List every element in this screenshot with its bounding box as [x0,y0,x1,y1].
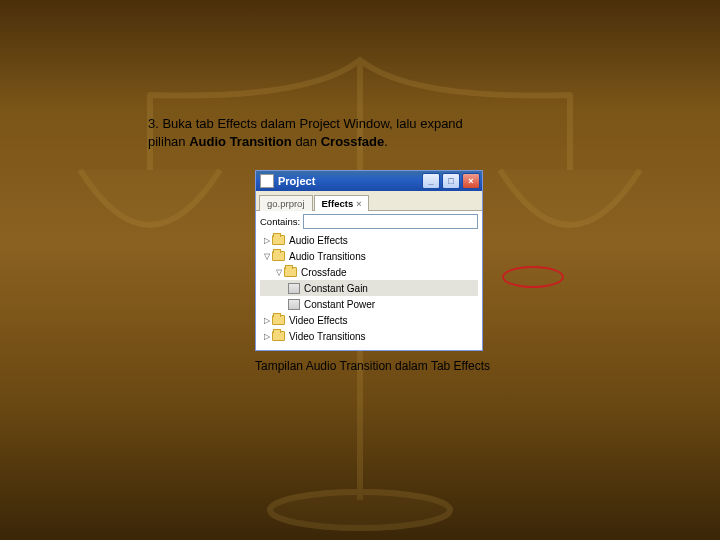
instruction-bold2: Crossfade [321,134,385,149]
chevron-right-icon[interactable]: ▷ [262,332,272,341]
contains-field: Contains: [260,214,478,229]
figure-caption: Tampilan Audio Transition dalam Tab Effe… [255,359,580,373]
instruction-line2a: pilihan [148,134,189,149]
tree-video-effects[interactable]: ▷ Video Effects [260,312,478,328]
chevron-down-icon[interactable]: ▽ [262,252,272,261]
tree-label: Video Transitions [289,331,366,342]
contains-input[interactable] [303,214,478,229]
effect-icon [288,299,300,310]
tree-label: Audio Effects [289,235,348,246]
tree-audio-effects[interactable]: ▷ Audio Effects [260,232,478,248]
app-icon [260,174,274,188]
tree-audio-transitions[interactable]: ▽ Audio Transitions [260,248,478,264]
panel-body: Contains: ▷ Audio Effects ▽ Audio Transi… [256,211,482,350]
titlebar[interactable]: Project _ □ × [256,171,482,191]
instruction-bold1: Audio Transition [189,134,292,149]
contains-label: Contains: [260,216,300,227]
effect-icon [288,283,300,294]
tree-constant-power[interactable]: Constant Power [260,296,478,312]
chevron-down-icon[interactable]: ▽ [274,268,284,277]
tab-project[interactable]: go.prproj [259,195,313,211]
tree-label: Audio Transitions [289,251,366,262]
chevron-right-icon[interactable]: ▷ [262,236,272,245]
tree-label: Crossfade [301,267,347,278]
folder-icon [272,315,285,325]
maximize-button[interactable]: □ [442,173,460,189]
tab-effects-label: Effects [322,198,354,209]
window-title: Project [278,175,315,187]
tabs-bar: go.prproj Effects× [256,191,482,211]
tab-close-icon[interactable]: × [356,199,361,209]
tree-crossfade[interactable]: ▽ Crossfade [260,264,478,280]
instruction-line2b: . [384,134,388,149]
highlight-circle [502,266,564,288]
minimize-button[interactable]: _ [422,173,440,189]
tree-video-transitions[interactable]: ▷ Video Transitions [260,328,478,344]
svg-point-1 [270,492,450,528]
instruction-line1: 3. Buka tab Effects dalam Project Window… [148,116,463,131]
tree-label: Video Effects [289,315,348,326]
tab-project-label: go.prproj [267,198,305,209]
folder-icon [272,235,285,245]
project-panel-window: Project _ □ × go.prproj Effects× Contain… [255,170,483,351]
folder-icon [284,267,297,277]
folder-icon [272,331,285,341]
tree-label: Constant Power [304,299,375,310]
tree-constant-gain[interactable]: Constant Gain [260,280,478,296]
tab-effects[interactable]: Effects× [314,195,370,211]
instruction-text: 3. Buka tab Effects dalam Project Window… [140,115,580,150]
effects-tree: ▷ Audio Effects ▽ Audio Transitions ▽ Cr… [260,232,478,344]
instruction-mid: dan [292,134,321,149]
close-button[interactable]: × [462,173,480,189]
tree-label: Constant Gain [304,283,368,294]
chevron-right-icon[interactable]: ▷ [262,316,272,325]
folder-icon [272,251,285,261]
